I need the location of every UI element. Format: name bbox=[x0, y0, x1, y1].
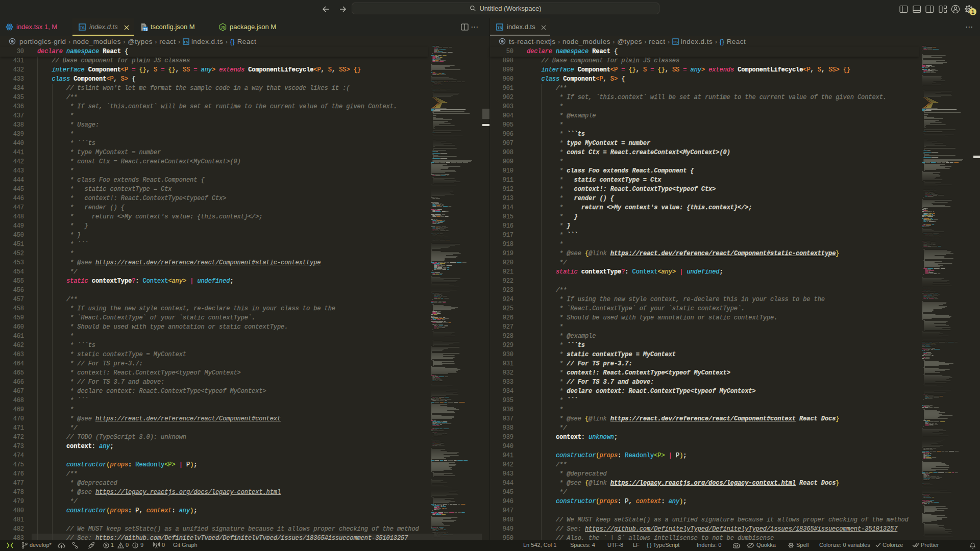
svg-text:TS: TS bbox=[497, 26, 502, 30]
svg-text:TS: TS bbox=[80, 26, 85, 30]
svg-text:TS: TS bbox=[143, 28, 148, 31]
svg-text:1: 1 bbox=[971, 9, 974, 15]
svg-text:TS: TS bbox=[183, 40, 188, 44]
svg-text:TS: TS bbox=[673, 40, 678, 44]
svg-text:JS: JS bbox=[221, 26, 226, 29]
